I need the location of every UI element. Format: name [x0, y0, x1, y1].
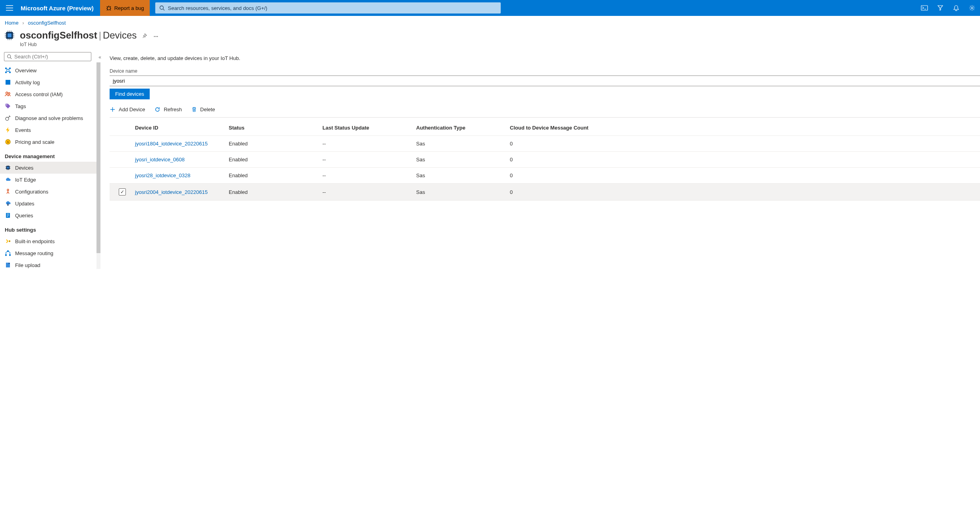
main-content: View, create, delete, and update devices… — [101, 50, 980, 279]
cell-msg-count: 0 — [510, 157, 980, 163]
sidebar-item-devices[interactable]: Devices — [0, 162, 100, 174]
sidebar-search-input[interactable] — [14, 54, 89, 60]
menu-toggle[interactable] — [0, 0, 19, 16]
sidebar-item-iot-edge[interactable]: IoT Edge — [0, 174, 100, 186]
global-search-input[interactable] — [168, 5, 497, 11]
updates-icon — [5, 200, 11, 207]
svg-text:$: $ — [7, 140, 9, 144]
add-device-label: Add Device — [119, 106, 145, 112]
col-status[interactable]: Status — [229, 125, 322, 131]
sidebar-item-label: Pricing and scale — [15, 139, 54, 145]
svg-line-10 — [110, 10, 111, 10]
pricing-icon: $ — [5, 139, 11, 145]
overview-icon — [5, 67, 11, 74]
sidebar-item-label: Access control (IAM) — [15, 91, 63, 97]
delete-button[interactable]: Delete — [191, 106, 215, 112]
table-row[interactable]: jyosri1804_iotdevice_20220615Enabled--Sa… — [110, 136, 980, 152]
cell-auth-type: Sas — [416, 189, 510, 195]
sidebar-item-pricing-and-scale[interactable]: $Pricing and scale — [0, 136, 100, 148]
cell-msg-count: 0 — [510, 141, 980, 147]
svg-line-9 — [107, 10, 108, 10]
table-row[interactable]: jyosri_iotdevice_0608Enabled--Sas0 — [110, 152, 980, 168]
svg-rect-43 — [6, 82, 10, 83]
col-last-update[interactable]: Last Status Update — [322, 125, 416, 131]
row-checkbox[interactable]: ✓ — [119, 188, 126, 195]
svg-rect-65 — [7, 214, 9, 214]
sidebar-item-diagnose-and-solve-problems[interactable]: Diagnose and solve problems — [0, 112, 100, 124]
breadcrumb: Home › osconfigSelfhost — [0, 16, 980, 28]
device-toolbar: Add Device Refresh Delete — [110, 99, 980, 118]
more-button[interactable]: ··· — [151, 33, 161, 40]
refresh-button[interactable]: Refresh — [154, 106, 182, 112]
sidebar-item-label: Activity log — [15, 79, 40, 85]
report-bug-button[interactable]: Report a bug — [100, 0, 150, 16]
svg-point-15 — [971, 7, 973, 9]
breadcrumb-current[interactable]: osconfigSelfhost — [28, 20, 66, 26]
sidebar-item-message-routing[interactable]: Message routing — [0, 247, 100, 259]
sidebar-item-updates[interactable]: Updates — [0, 197, 100, 209]
col-msg-count[interactable]: Cloud to Device Message Count — [510, 125, 980, 131]
device-id-link[interactable]: jyosri2004_iotdevice_20220615 — [135, 189, 208, 195]
svg-line-38 — [9, 69, 10, 69]
directory-button[interactable] — [932, 0, 948, 16]
bell-icon — [953, 5, 959, 11]
upload-icon — [5, 262, 11, 268]
iot-hub-icon — [3, 29, 16, 42]
svg-rect-44 — [6, 83, 8, 84]
sidebar-scrollbar[interactable] — [96, 62, 100, 269]
queries-icon — [5, 212, 11, 219]
sidebar-item-label: IoT Edge — [15, 177, 36, 183]
sidebar-item-label: Tags — [15, 103, 26, 109]
sidebar-search[interactable] — [4, 52, 91, 61]
global-search[interactable] — [155, 2, 501, 14]
svg-point-30 — [8, 55, 11, 58]
tags-icon — [5, 103, 11, 109]
table-header: Device ID Status Last Status Update Auth… — [110, 118, 980, 136]
sidebar-item-file-upload[interactable]: File upload — [0, 259, 100, 271]
sidebar-item-access-control-iam-[interactable]: Access control (IAM) — [0, 88, 100, 100]
settings-button[interactable] — [964, 0, 980, 16]
breadcrumb-home[interactable]: Home — [5, 20, 19, 26]
device-id-link[interactable]: jyosri28_iotdevice_0328 — [135, 172, 190, 178]
filter-icon — [937, 5, 943, 11]
svg-rect-13 — [921, 6, 928, 10]
table-row[interactable]: jyosri28_iotdevice_0328Enabled--Sas0 — [110, 168, 980, 184]
notifications-button[interactable] — [948, 0, 964, 16]
trash-icon — [191, 106, 197, 112]
section-device-mgmt: Device management — [0, 148, 100, 162]
sidebar-item-tags[interactable]: Tags — [0, 100, 100, 112]
iam-icon — [5, 91, 11, 97]
col-auth-type[interactable]: Authentication Type — [416, 125, 510, 131]
device-id-link[interactable]: jyosri1804_iotdevice_20220615 — [135, 141, 208, 147]
cell-status: Enabled — [229, 157, 322, 163]
col-device-id[interactable]: Device ID — [135, 125, 229, 131]
table-row[interactable]: ✓jyosri2004_iotdevice_20220615Enabled--S… — [110, 184, 980, 201]
page-description: View, create, delete, and update devices… — [110, 55, 980, 61]
service-type: IoT Hub — [0, 42, 980, 47]
sidebar-item-queries[interactable]: Queries — [0, 209, 100, 221]
collapse-sidebar-button[interactable]: « — [98, 54, 101, 60]
activity-icon — [5, 79, 11, 85]
plus-icon — [110, 106, 116, 112]
sidebar-item-overview[interactable]: Overview — [0, 64, 100, 76]
add-device-button[interactable]: Add Device — [110, 106, 145, 112]
sidebar-item-activity-log[interactable]: Activity log — [0, 76, 100, 88]
device-id-link[interactable]: jyosri_iotdevice_0608 — [135, 157, 185, 163]
sidebar-item-label: Built-in endpoints — [15, 238, 55, 244]
find-devices-button[interactable]: Find devices — [110, 89, 150, 99]
sidebar-item-built-in-endpoints[interactable]: Built-in endpoints — [0, 235, 100, 247]
sidebar-item-configurations[interactable]: Configurations — [0, 186, 100, 197]
svg-point-11 — [160, 6, 164, 10]
cell-auth-type: Sas — [416, 141, 510, 147]
device-name-input[interactable] — [110, 75, 980, 86]
cloud-shell-button[interactable] — [916, 0, 932, 16]
terminal-icon — [921, 5, 928, 11]
brand-label[interactable]: Microsoft Azure (Preview) — [19, 5, 100, 12]
search-icon — [7, 54, 12, 59]
svg-line-7 — [107, 6, 108, 7]
sidebar-item-label: Overview — [15, 68, 37, 74]
search-icon — [159, 5, 165, 11]
sidebar-item-events[interactable]: Events — [0, 124, 100, 136]
pin-icon — [142, 33, 147, 39]
pin-button[interactable] — [139, 33, 151, 40]
